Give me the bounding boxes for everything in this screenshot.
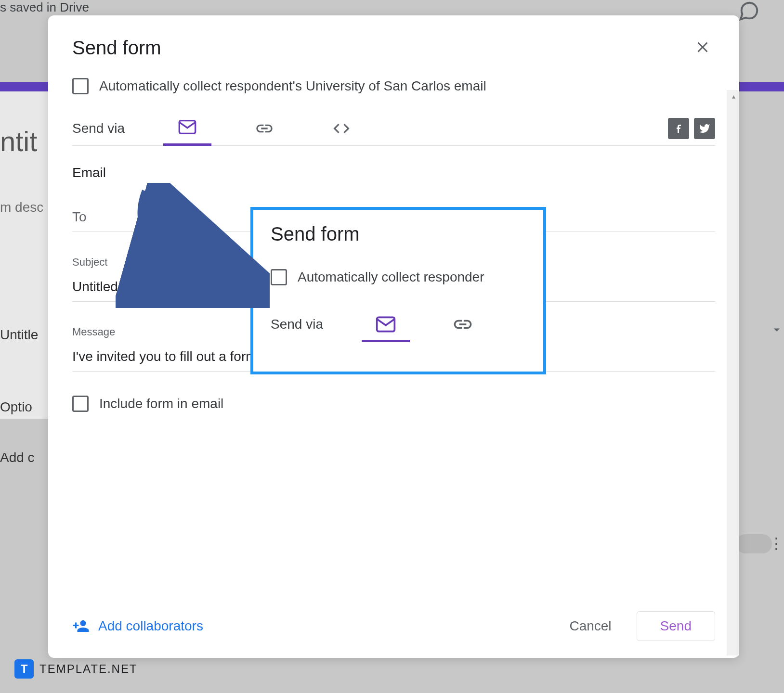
twitter-share-button[interactable] <box>694 118 715 139</box>
twitter-icon <box>699 123 710 134</box>
email-section-header: Email <box>72 165 715 180</box>
facebook-icon <box>673 123 684 134</box>
link-icon <box>452 314 473 335</box>
embed-icon <box>332 119 351 138</box>
dialog-title: Send form <box>72 37 161 59</box>
add-collaborators-link[interactable]: Add collaborators <box>72 617 203 635</box>
tab-link[interactable] <box>240 111 288 146</box>
collect-email-checkbox[interactable] <box>72 78 89 94</box>
bg-untitle-fragment: Untitle <box>0 327 38 343</box>
add-collaborators-label: Add collaborators <box>98 618 203 634</box>
annotation-callout: Send form Automatically collect responde… <box>250 207 546 374</box>
bg-toggle <box>736 534 772 553</box>
collect-email-label: Automatically collect respondent's Unive… <box>99 78 486 94</box>
link-icon <box>255 119 274 138</box>
add-person-icon <box>72 617 90 635</box>
tab-embed[interactable] <box>317 111 366 146</box>
callout-send-via-label: Send via <box>271 317 323 332</box>
callout-title: Send form <box>271 223 526 245</box>
tab-email[interactable] <box>163 111 211 146</box>
callout-tab-link <box>439 309 487 339</box>
bg-title-fragment: ntit <box>0 125 37 157</box>
callout-checkbox-label: Automatically collect responder <box>298 270 484 285</box>
callout-checkbox <box>271 269 287 285</box>
include-form-checkbox[interactable] <box>72 396 89 412</box>
cancel-button[interactable]: Cancel <box>554 612 627 641</box>
include-form-label: Include form in email <box>99 396 223 411</box>
watermark-text: TEMPLATE.NET <box>39 662 138 676</box>
bg-desc-fragment: m desc <box>0 200 43 215</box>
email-icon <box>375 314 396 335</box>
send-via-label: Send via <box>72 121 125 136</box>
close-button[interactable] <box>690 35 715 61</box>
watermark-icon: T <box>14 659 34 679</box>
bg-addc-fragment: Add c <box>0 450 35 465</box>
bg-saved-text: s saved in Drive <box>0 0 89 15</box>
close-icon <box>694 38 711 56</box>
comment-icon <box>738 0 760 24</box>
email-icon <box>178 117 197 137</box>
chevron-down-icon <box>770 322 784 339</box>
watermark: T TEMPLATE.NET <box>14 659 138 679</box>
bg-optio-fragment: Optio <box>0 399 32 415</box>
more-icon: ⋮ <box>769 534 784 552</box>
send-button[interactable]: Send <box>637 611 715 641</box>
callout-tab-email <box>362 309 410 339</box>
facebook-share-button[interactable] <box>668 118 689 139</box>
